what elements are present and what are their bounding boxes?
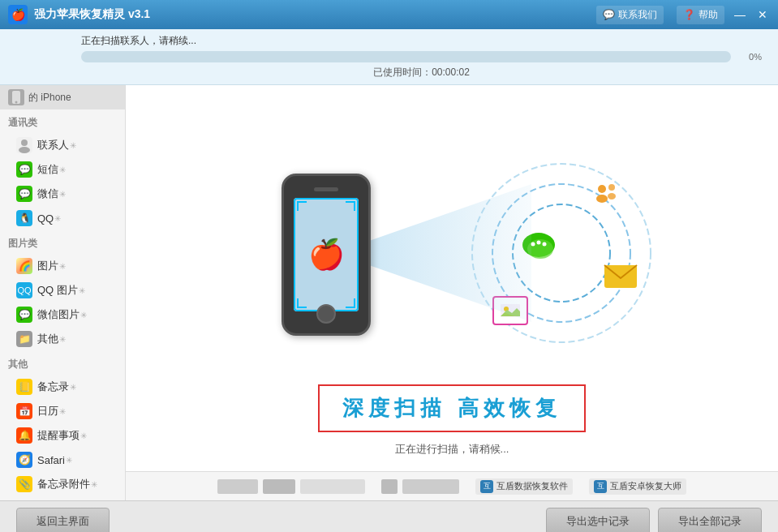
progress-container: 0% bbox=[81, 51, 762, 62]
group-title-other: 其他 bbox=[0, 351, 125, 375]
scan-bar: 正在扫描联系人，请稍续... 0% 已使用时间：00:00:02 bbox=[0, 29, 778, 85]
scan-corner-tr bbox=[346, 201, 355, 211]
brand1-icon: 互 bbox=[480, 480, 493, 493]
reminders-icon: 🔔 bbox=[16, 427, 32, 444]
ad-item-2 bbox=[381, 479, 459, 494]
group-title-comms: 通讯类 bbox=[0, 109, 125, 133]
close-button[interactable]: ✕ bbox=[755, 8, 770, 21]
notes-label: 备忘录✳ bbox=[37, 380, 76, 394]
app-logo-icon: 🍎 bbox=[8, 5, 28, 24]
sidebar-item-sms[interactable]: 💬 短信✳ bbox=[0, 157, 125, 182]
ad-img-2 bbox=[381, 479, 398, 494]
qq-label: QQ✳ bbox=[37, 212, 61, 225]
sms-label: 短信✳ bbox=[37, 162, 66, 177]
contacts-icon bbox=[16, 137, 32, 153]
notes-attach-icon: 📎 bbox=[16, 476, 32, 492]
phone-icon bbox=[8, 89, 24, 105]
titlebar: 🍎 强力苹果恢复精灵 v3.1 💬 联系我们 ❓ 帮助 — ✕ bbox=[0, 0, 778, 29]
photos-label: 图片✳ bbox=[37, 259, 66, 273]
ad-brand-2: 互 互盾安卓恢复大师 bbox=[589, 478, 686, 495]
scan-text: 深度扫描 高效恢复 bbox=[342, 396, 561, 420]
phone: 🍎 bbox=[282, 174, 371, 336]
ad-brand-1: 互 互盾数据恢复软件 bbox=[475, 478, 573, 495]
phone-speaker bbox=[314, 187, 338, 191]
progress-bar-background bbox=[81, 51, 731, 62]
scan-corner-br bbox=[346, 298, 355, 308]
ad-item-1 bbox=[217, 479, 365, 494]
safari-label: Safari✳ bbox=[37, 454, 72, 466]
svg-text:🍎: 🍎 bbox=[11, 8, 26, 22]
safari-icon: 🧭 bbox=[16, 452, 32, 468]
sidebar-item-wechat-photos[interactable]: 💬 微信图片✳ bbox=[0, 302, 125, 327]
back-button[interactable]: 返回主界面 bbox=[16, 508, 110, 533]
device-name: 的 iPhone bbox=[28, 91, 71, 105]
sidebar-item-other-photos[interactable]: 📁 其他✳ bbox=[0, 327, 125, 351]
progress-percent: 0% bbox=[737, 52, 762, 62]
help-icon: ❓ bbox=[683, 9, 695, 20]
ad-bar: 互 互盾数据恢复软件 互 互盾安卓恢复大师 bbox=[126, 471, 778, 500]
calendar-icon: 📅 bbox=[16, 403, 32, 419]
qq-photos-label: QQ 图片✳ bbox=[37, 283, 85, 298]
svg-point-19 bbox=[543, 242, 547, 247]
contacts-label: 联系人✳ bbox=[37, 138, 76, 152]
ad-logo-1 bbox=[217, 479, 258, 494]
export-selected-button[interactable]: 导出选中记录 bbox=[546, 508, 650, 533]
other-photos-label: 其他✳ bbox=[37, 332, 66, 346]
svg-marker-7 bbox=[369, 184, 531, 322]
scan-overlay bbox=[294, 198, 359, 311]
svg-point-13 bbox=[608, 184, 615, 191]
ad-img-1 bbox=[263, 479, 295, 494]
svg-point-17 bbox=[531, 242, 535, 247]
device-label: 的 iPhone bbox=[0, 85, 125, 109]
sidebar-item-wechat[interactable]: 💬 微信✳ bbox=[0, 182, 125, 206]
main-layout: 的 iPhone 通讯类 联系人✳ 💬 短信✳ 💬 微信✳ 🐧 QQ✳ 图片类 … bbox=[0, 85, 778, 500]
sidebar-item-wechat-attach[interactable]: 💬 微信附件✳ bbox=[0, 496, 125, 500]
qq-icon: 🐧 bbox=[16, 210, 32, 226]
contact-us-button[interactable]: 💬 联系我们 bbox=[596, 6, 664, 24]
photos-icon: 🌈 bbox=[16, 258, 32, 274]
svg-point-5 bbox=[21, 139, 28, 146]
sidebar-item-notes[interactable]: 📒 备忘录✳ bbox=[0, 375, 125, 399]
notes-icon: 📒 bbox=[16, 379, 32, 395]
sidebar-item-notes-attach[interactable]: 📎 备忘录附件✳ bbox=[0, 472, 125, 496]
wechat-photos-icon: 💬 bbox=[16, 307, 32, 323]
scan-corner-bl bbox=[297, 298, 307, 308]
sms-icon: 💬 bbox=[16, 161, 32, 178]
minimize-button[interactable]: — bbox=[733, 8, 747, 21]
export-all-button[interactable]: 导出全部记录 bbox=[658, 508, 762, 533]
reminders-label: 提醒事项✳ bbox=[37, 428, 87, 443]
group-title-photos: 图片类 bbox=[0, 230, 125, 254]
svg-point-6 bbox=[19, 147, 30, 153]
content-area: 🍎 bbox=[126, 85, 778, 500]
sidebar-item-qq-photos[interactable]: QQ QQ 图片✳ bbox=[0, 278, 125, 302]
wechat-label: 微信✳ bbox=[37, 187, 66, 201]
calendar-label: 日历✳ bbox=[37, 404, 66, 418]
phone-container: 🍎 bbox=[282, 174, 371, 336]
wechat-icon: 💬 bbox=[16, 186, 32, 202]
scan-status-text: 正在扫描联系人，请稍续... bbox=[81, 34, 762, 48]
scan-text-box: 深度扫描 高效恢复 bbox=[318, 384, 585, 432]
app-title: 强力苹果恢复精灵 v3.1 bbox=[34, 7, 596, 22]
svg-point-12 bbox=[596, 195, 608, 203]
help-button[interactable]: ❓ 帮助 bbox=[677, 6, 724, 24]
brand1-text: 互盾数据恢复软件 bbox=[496, 480, 568, 492]
svg-point-18 bbox=[537, 241, 541, 245]
sidebar-item-reminders[interactable]: 🔔 提醒事项✳ bbox=[0, 423, 125, 448]
scan-time: 已使用时间：00:00:02 bbox=[81, 66, 762, 79]
svg-point-4 bbox=[15, 101, 18, 104]
sidebar-item-photos[interactable]: 🌈 图片✳ bbox=[0, 254, 125, 278]
sidebar-item-contacts[interactable]: 联系人✳ bbox=[0, 133, 125, 157]
window-controls: — ✕ bbox=[733, 8, 770, 21]
qq-photos-icon: QQ bbox=[16, 282, 32, 298]
brand2-icon: 互 bbox=[594, 480, 607, 493]
phone-home-button bbox=[316, 304, 336, 324]
ad-text-blur-2 bbox=[402, 479, 459, 494]
sidebar-item-calendar[interactable]: 📅 日历✳ bbox=[0, 399, 125, 423]
sidebar: 的 iPhone 通讯类 联系人✳ 💬 短信✳ 💬 微信✳ 🐧 QQ✳ 图片类 … bbox=[0, 85, 126, 500]
scan-corner-tl bbox=[297, 201, 307, 211]
titlebar-actions: 💬 联系我们 ❓ 帮助 bbox=[596, 6, 724, 24]
sidebar-item-qq[interactable]: 🐧 QQ✳ bbox=[0, 206, 125, 230]
notes-attach-label: 备忘录附件✳ bbox=[37, 477, 97, 491]
svg-point-11 bbox=[598, 185, 606, 193]
sidebar-item-safari[interactable]: 🧭 Safari✳ bbox=[0, 448, 125, 472]
